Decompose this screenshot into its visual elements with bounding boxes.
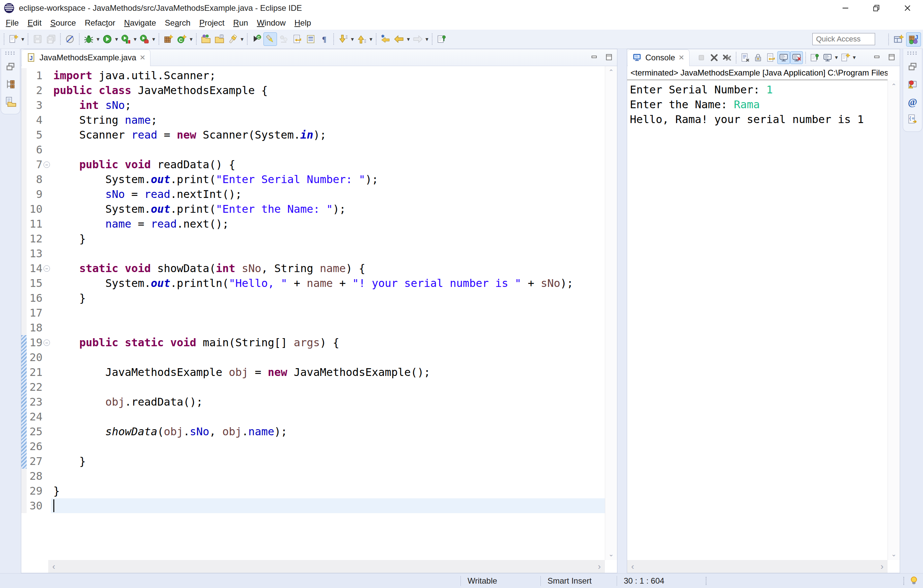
run-dropdown-icon[interactable]: ▾ [114, 36, 119, 43]
code-line[interactable]: 11 name = read.next(); [21, 216, 605, 231]
debug-icon[interactable] [82, 32, 95, 46]
code-line[interactable]: 22 [21, 380, 605, 395]
code-text[interactable]: } [51, 231, 605, 246]
tab-console[interactable]: Console ✕ [628, 49, 690, 66]
save-all-icon[interactable] [44, 32, 57, 46]
back-dropdown-icon[interactable]: ▾ [406, 36, 411, 43]
editor-horizontal-scrollbar[interactable]: ‹› [48, 560, 605, 573]
code-text[interactable] [51, 468, 605, 483]
code-text[interactable]: Scanner read = new Scanner(System.in); [51, 128, 605, 142]
code-text[interactable]: static void showData(int sNo, String nam… [51, 261, 605, 276]
code-text[interactable] [51, 350, 605, 365]
fold-column[interactable]: − [43, 157, 51, 172]
show-whitespace-icon[interactable]: ¶ [317, 32, 331, 46]
open-type-icon[interactable] [199, 32, 212, 46]
code-text[interactable] [51, 246, 605, 261]
code-text[interactable] [51, 380, 605, 395]
code-text[interactable]: showData(obj.sNo, obj.name); [51, 424, 605, 439]
remove-launch-icon[interactable] [708, 51, 721, 64]
code-line[interactable]: 25 showData(obj.sNo, obj.name); [21, 424, 605, 439]
new-wizard-icon[interactable] [7, 32, 20, 46]
minimize-view-icon[interactable] [590, 53, 599, 62]
next-annotation-icon[interactable] [336, 32, 350, 46]
fold-column[interactable]: − [43, 261, 51, 276]
console-horizontal-scrollbar[interactable]: ‹› [627, 560, 888, 573]
code-line[interactable]: 13 [21, 246, 605, 261]
code-text[interactable] [51, 305, 605, 320]
menu-edit[interactable]: Edit [23, 18, 46, 28]
code-line[interactable]: 15 System.out.println("Hello, " + name +… [21, 276, 605, 291]
code-line[interactable]: 9 sNo = read.nextInt(); [21, 187, 605, 201]
restore-tray-icon[interactable] [3, 59, 18, 75]
open-perspective-icon[interactable] [891, 32, 906, 46]
code-text[interactable]: String name; [51, 113, 605, 128]
profile-dropdown-icon[interactable]: ▾ [151, 36, 156, 43]
code-text[interactable]: int sNo; [51, 98, 605, 113]
menu-help[interactable]: Help [290, 18, 315, 28]
code-line[interactable]: 28 [21, 468, 605, 483]
minimize-view-icon[interactable] [873, 53, 882, 62]
package-explorer-icon[interactable] [3, 94, 18, 110]
code-line[interactable]: 7− public void readData() { [21, 157, 605, 172]
code-text[interactable]: import java.util.Scanner; [51, 68, 605, 83]
code-line[interactable]: 26 [21, 439, 605, 454]
collapse-icon[interactable]: − [44, 265, 50, 272]
tray-drag-handle[interactable] [908, 52, 918, 55]
code-text[interactable]: } [51, 454, 605, 468]
skip-all-breakpoints-icon[interactable] [63, 32, 77, 46]
forward-icon[interactable] [411, 32, 424, 46]
console-vertical-scrollbar[interactable]: ⌃⌄ [888, 80, 900, 560]
code-text[interactable]: obj.readData(); [51, 395, 605, 409]
maximize-view-icon[interactable] [887, 53, 896, 62]
display-console-icon[interactable] [821, 51, 834, 64]
code-text[interactable]: JavaMethodsExample obj = new JavaMethods… [51, 365, 605, 380]
tray-drag-handle[interactable] [5, 52, 15, 55]
code-text[interactable]: } [51, 291, 605, 305]
coverage-dropdown-icon[interactable]: ▾ [133, 36, 138, 43]
show-stdout-icon[interactable] [777, 51, 790, 64]
code-line[interactable]: 1import java.util.Scanner; [21, 68, 605, 83]
code-text[interactable]: name = read.next(); [51, 216, 605, 231]
next-annotation-dropdown-icon[interactable]: ▾ [350, 36, 355, 43]
menu-file[interactable]: File [2, 18, 23, 28]
code-text[interactable]: public static void main(String[] args) { [51, 335, 605, 350]
fold-column[interactable]: − [43, 335, 51, 350]
show-stderr-icon[interactable] [790, 51, 803, 64]
menu-window[interactable]: Window [252, 18, 290, 28]
javadoc-icon[interactable]: @ [905, 94, 920, 110]
code-editor[interactable]: 1import java.util.Scanner;2public class … [21, 66, 605, 560]
code-line[interactable]: 4 String name; [21, 113, 605, 128]
tab-close-icon[interactable]: ✕ [140, 54, 146, 62]
menu-search[interactable]: Search [161, 18, 195, 28]
search-dropdown-icon[interactable]: ▾ [240, 36, 245, 43]
code-text[interactable] [51, 320, 605, 335]
code-text[interactable]: public class JavaMethodsExample { [51, 83, 605, 98]
code-text[interactable] [51, 409, 605, 424]
profile-icon[interactable] [138, 32, 151, 46]
tips-lightbulb-icon[interactable] [909, 576, 919, 586]
editor-vertical-scrollbar[interactable]: ⌃⌄ [605, 66, 617, 560]
menu-run[interactable]: Run [229, 18, 252, 28]
previous-annotation-icon[interactable] [355, 32, 368, 46]
menu-navigate[interactable]: Navigate [120, 18, 161, 28]
code-line[interactable]: 3 int sNo; [21, 98, 605, 113]
code-line[interactable]: 27 } [21, 454, 605, 468]
code-line[interactable]: 23 obj.readData(); [21, 395, 605, 409]
new-wizard-dropdown-icon[interactable]: ▾ [20, 36, 25, 43]
pin-console-icon[interactable] [808, 51, 821, 64]
code-text[interactable]: } [51, 483, 605, 498]
code-line[interactable]: 19− public static void main(String[] arg… [21, 335, 605, 350]
code-line[interactable]: 20 [21, 350, 605, 365]
menu-project[interactable]: Project [195, 18, 229, 28]
java-perspective-icon[interactable]: J [906, 32, 921, 46]
tab-close-icon[interactable]: ✕ [678, 54, 685, 62]
clear-console-icon[interactable] [739, 51, 752, 64]
code-line[interactable]: 14− static void showData(int sNo, String… [21, 261, 605, 276]
tab-javamethodsexample[interactable]: J JavaMethodsExample.java ✕ [22, 49, 151, 66]
open-console-dropdown-icon[interactable]: ▾ [852, 54, 857, 61]
back-icon[interactable] [393, 32, 406, 46]
debug-dropdown-icon[interactable]: ▾ [95, 36, 100, 43]
code-text[interactable] [51, 498, 605, 513]
type-hierarchy-icon[interactable] [3, 77, 18, 92]
save-icon[interactable] [31, 32, 44, 46]
